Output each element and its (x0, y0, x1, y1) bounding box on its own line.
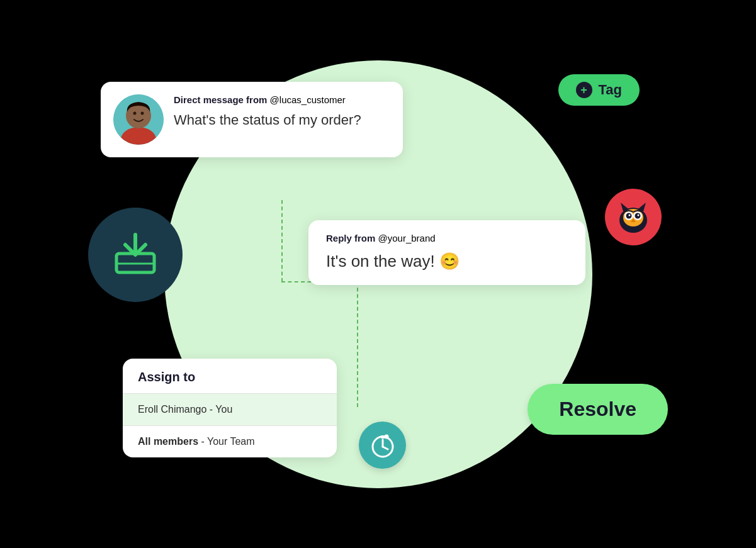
connector-line-vertical-2 (357, 281, 358, 407)
avatar (113, 94, 164, 145)
svg-point-8 (629, 214, 631, 216)
svg-point-14 (133, 112, 137, 115)
reply-message-text: It's on the way! 😊 (326, 251, 568, 272)
tag-plus-icon: + (576, 82, 592, 98)
assign-item-all-members[interactable]: All members - Your Team (123, 426, 337, 457)
resolve-label: Resolve (559, 398, 636, 420)
svg-point-23 (384, 434, 388, 439)
scene: + Tag (0, 0, 756, 548)
svg-line-21 (383, 447, 388, 449)
reply-handle-text: @your_brand (378, 233, 436, 243)
connector-line-vertical-1 (281, 200, 283, 282)
assign-item-all-members-bold: All members (138, 436, 198, 447)
hootsuite-owl-circle (605, 189, 662, 245)
dm-header-bold: Direct message from (174, 94, 267, 105)
inbox-icon (110, 230, 161, 280)
assign-item-eroll-label: Eroll Chimango - You (138, 404, 232, 415)
reply-header: Reply from @your_brand (326, 233, 568, 243)
dm-message-text: What's the status of my order? (174, 111, 385, 130)
svg-point-15 (141, 112, 144, 115)
dm-header: Direct message from @lucas_customer (174, 94, 385, 105)
assign-item-all-members-suffix: - Your Team (201, 436, 255, 447)
timer-icon (369, 432, 397, 459)
tag-button[interactable]: + Tag (558, 74, 640, 106)
timer-circle (359, 422, 406, 469)
svg-rect-22 (381, 435, 385, 439)
dm-content: Direct message from @lucas_customer What… (174, 94, 385, 130)
inbox-circle (88, 208, 183, 302)
svg-point-9 (638, 214, 640, 216)
assign-to-title: Assign to (123, 359, 337, 393)
assign-item-eroll[interactable]: Eroll Chimango - You (123, 394, 337, 425)
assign-to-card: Assign to Eroll Chimango - You All membe… (123, 359, 337, 457)
tag-label: Tag (599, 82, 622, 98)
avatar-image (113, 94, 164, 145)
resolve-button[interactable]: Resolve (528, 384, 668, 435)
owl-icon (614, 200, 652, 235)
direct-message-card: Direct message from @lucas_customer What… (101, 82, 403, 157)
dm-handle-text: @lucas_customer (270, 94, 346, 105)
reply-header-bold: Reply from (326, 233, 375, 243)
reply-card: Reply from @your_brand It's on the way! … (308, 220, 585, 285)
